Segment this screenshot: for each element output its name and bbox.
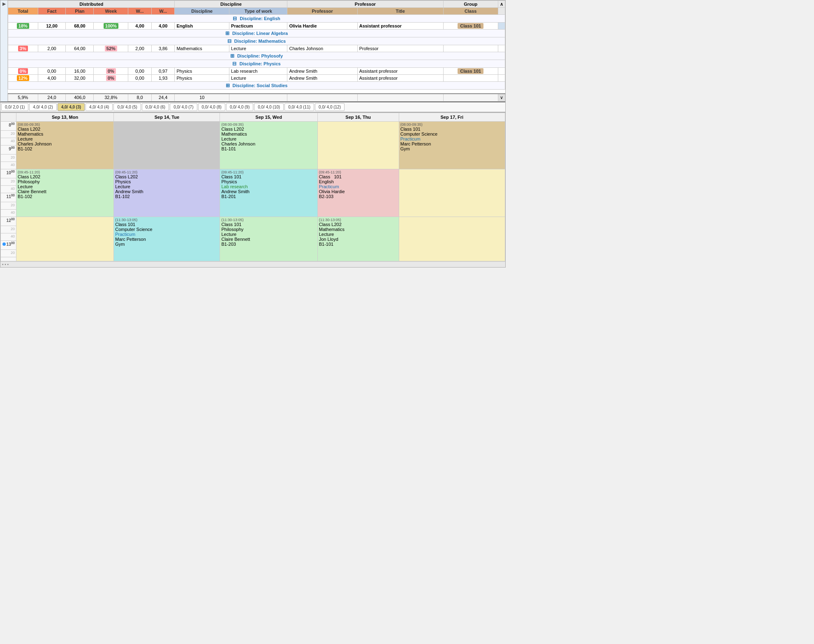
week-tab-6[interactable]: 0,0/ 4,0 (6) — [142, 103, 169, 111]
collapse-physics[interactable]: ⊟ — [232, 61, 236, 67]
discipline-philo-row[interactable]: ⊞ Discipline: Phylosofy — [8, 52, 505, 60]
col-w2: W... — [151, 8, 175, 15]
wed12-subject: Philosophy — [221, 227, 316, 232]
math-typeofwork: Lecture — [229, 45, 287, 52]
discipline-body: ⊟ Discipline: English 18% 12,00 68,00 10… — [8, 15, 505, 94]
scroll-top-btn[interactable]: ∧ — [498, 1, 505, 8]
math-scroll — [498, 45, 505, 52]
time-label-12-20: 20 — [1, 226, 16, 233]
math-w2: 3,86 — [151, 45, 175, 52]
time-header — [1, 113, 16, 121]
thu12-room: Class L202 — [319, 222, 398, 227]
physics2-discipline: Physics — [175, 75, 229, 82]
mon8-room: Class L202 — [18, 127, 112, 132]
discipline-philo-label: Discipline: Phylosofy — [237, 53, 283, 58]
math-data-row[interactable]: 3% 2,00 64,00 52% 2,00 3,86 Mathematics … — [8, 45, 505, 52]
tue12-prof: Marc Petterson — [115, 237, 218, 242]
wed12-type: Lecture — [221, 232, 316, 237]
day-thu-header: Sep 16, Thu — [317, 113, 399, 121]
summary-scroll-btn[interactable]: ∨ — [498, 94, 505, 102]
cal-mon-12 — [16, 217, 114, 261]
summary-w2: 24,4 — [151, 94, 175, 102]
discipline-math-label: Discipline: Mathematics — [234, 39, 286, 44]
wed10-room: Class 101 — [221, 174, 316, 179]
thu12-subject: Mathematics — [319, 227, 398, 232]
cal-wed-8: (08:00-09:35) Class L202 Mathematics Lec… — [220, 121, 317, 169]
collapse-math[interactable]: ⊟ — [227, 38, 231, 44]
week-tab-7[interactable]: 0,0/ 4,0 (7) — [170, 103, 197, 111]
physics1-total-badge: 0% — [18, 68, 28, 74]
mon8-loc: B1-102 — [18, 146, 112, 151]
collapse-english[interactable]: ⊟ — [233, 16, 237, 21]
fri8-subject: Computer Science — [400, 132, 504, 136]
discipline-social-label: Discipline: Social Studies — [233, 83, 288, 88]
summary-row: 5,9% 24,0 406,0 32,8% 8,0 24,4 10 ∨ — [8, 94, 505, 102]
cal-tue-10: (09:45-11:20) Class L202 Physics Lecture… — [114, 169, 220, 217]
discipline-social-row[interactable]: ⊞ Discipline: Social Studies — [8, 82, 505, 90]
discipline-math-row[interactable]: ⊟ Discipline: Mathematics — [8, 37, 505, 45]
time-label-13: 1300 — [1, 240, 16, 249]
wed8-subject: Mathematics — [221, 132, 316, 136]
physics2-plan: 32,00 — [66, 75, 94, 82]
cal-tue-8 — [114, 121, 220, 169]
time-label-9: 900 — [1, 145, 16, 154]
tue10-subject: Physics — [115, 179, 218, 184]
physics-row2[interactable]: 12% 4,00 32,00 0% 0,00 1,93 Physics Lect… — [8, 75, 505, 82]
time-label-12: 1200 — [1, 217, 16, 226]
week-tab-11[interactable]: 0,0/ 4,0 (11) — [284, 103, 314, 111]
tue12-time: (11:30-13:05) — [115, 218, 218, 222]
summary-empty1 — [229, 94, 287, 102]
mon8-type: Lecture — [18, 136, 112, 141]
week-tab-4[interactable]: 4,0/ 4,0 (4) — [86, 103, 113, 111]
physics2-fact: 4,00 — [38, 75, 66, 82]
week-tab-10[interactable]: 0,0/ 4,0 (10) — [254, 103, 284, 111]
time-label-10-40: 40 — [1, 185, 16, 193]
wed10-type: Lab research — [221, 184, 316, 189]
header-group-row: Distributed Discipline Professor Group ∧ — [8, 1, 505, 8]
time-label-10-20: 20 — [1, 178, 16, 185]
english-scroll — [498, 23, 505, 30]
week-tab-12[interactable]: 0,0/ 4,0 (12) — [315, 103, 345, 111]
scroll-col-btn[interactable] — [498, 8, 505, 15]
wed8-prof: Charles Johnson — [221, 141, 316, 146]
physics1-fact: 0,00 — [38, 68, 66, 75]
math-w1: 2,00 — [128, 45, 152, 52]
expand-linear[interactable]: ⊞ — [225, 30, 229, 36]
english-total-badge: 18% — [17, 23, 29, 29]
nav-arrow[interactable]: ▶ — [0, 0, 7, 7]
english-plan: 68,00 — [66, 23, 94, 30]
week-tab-5[interactable]: 0,0/ 4,0 (5) — [113, 103, 141, 111]
mon10-room: Class L202 — [18, 174, 112, 179]
summary-extra: 10 — [175, 94, 229, 102]
physics2-title: Assistant professor — [357, 75, 443, 82]
math-discipline: Mathematics — [175, 45, 229, 52]
discipline-linear-row[interactable]: ⊞ Discipline: Linear Algebra — [8, 30, 505, 37]
time-label-11: 1100 — [1, 193, 16, 202]
week-tab-8[interactable]: 0,0/ 4,0 (8) — [198, 103, 225, 111]
week-tab-9[interactable]: 0,0/ 4,0 (9) — [226, 103, 253, 111]
physics2-class — [443, 75, 498, 82]
english-data-row[interactable]: 18% 12,00 68,00 100% 4,00 4,00 English P… — [8, 23, 505, 30]
time-label-9-40: 40 — [1, 162, 16, 169]
expand-philo[interactable]: ⊞ — [230, 53, 234, 59]
physics-row1[interactable]: 0% 0,00 16,00 0% 0,00 0,97 Physics Lab r… — [8, 68, 505, 75]
week-tab-1[interactable]: 0,0/ 2,0 (1) — [1, 103, 28, 111]
expand-social[interactable]: ⊞ — [226, 83, 230, 88]
col-week: Week — [94, 8, 128, 15]
summary-fact: 24,0 — [38, 94, 66, 102]
wed8-type: Lecture — [221, 136, 316, 141]
discipline-linear-label: Discipline: Linear Algebra — [232, 31, 288, 36]
week-tab-2[interactable]: 4,0/ 4,0 (2) — [29, 103, 56, 111]
thu10-loc: B2-103 — [319, 194, 398, 199]
physics1-scroll — [498, 68, 505, 75]
summary-total: 5,9% — [8, 94, 38, 102]
english-week: 100% — [94, 23, 128, 30]
physics2-scroll — [498, 75, 505, 82]
physics1-class-badge: Class 101 — [458, 68, 483, 74]
discipline-english-label: Discipline: English — [240, 16, 280, 21]
week-tab-3[interactable]: 4,0/ 4,0 (3) — [58, 103, 85, 111]
discipline-english-row[interactable]: ⊟ Discipline: English — [8, 15, 505, 23]
discipline-physics-row[interactable]: ⊟ Discipline: Physics — [8, 60, 505, 68]
english-class-badge: Class 101 — [458, 23, 483, 29]
physics1-w1: 0,00 — [128, 68, 152, 75]
